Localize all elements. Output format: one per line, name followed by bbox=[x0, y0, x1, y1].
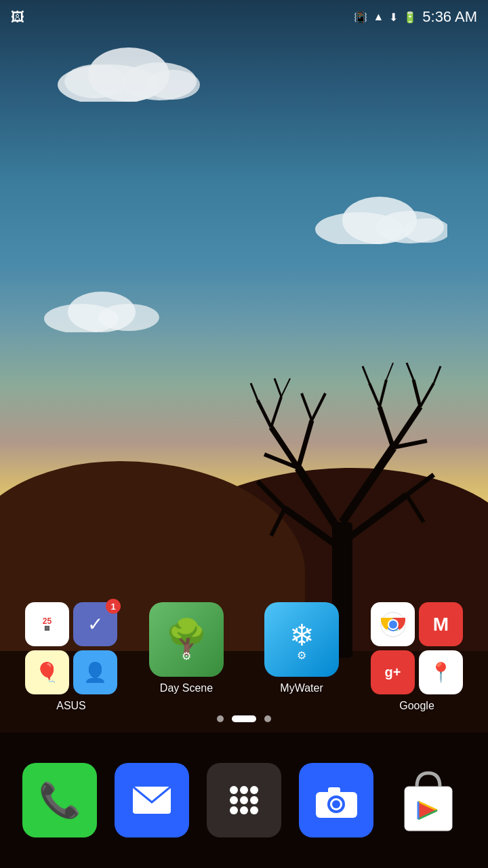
app-group-mywater: ❄ ⚙ MyWater bbox=[251, 602, 352, 694]
svg-line-26 bbox=[312, 393, 325, 420]
playstore-dock-icon[interactable] bbox=[391, 763, 466, 837]
svg-point-52 bbox=[250, 796, 258, 804]
app-group-dayscene: 🌳 ⚙ Day Scene bbox=[136, 602, 237, 694]
svg-line-21 bbox=[380, 407, 393, 448]
svg-line-24 bbox=[271, 397, 281, 427]
camera-dock-icon[interactable] bbox=[299, 763, 373, 837]
maps-icon-wrapper: 📍 bbox=[419, 650, 463, 694]
email-dock-icon[interactable] bbox=[115, 763, 189, 837]
svg-line-36 bbox=[363, 366, 369, 383]
contacts-icon[interactable]: 👤 bbox=[73, 650, 117, 694]
apps-dock-icon[interactable] bbox=[207, 763, 281, 837]
svg-rect-60 bbox=[328, 787, 340, 794]
chrome-icon[interactable] bbox=[371, 602, 415, 646]
balloon-icon[interactable]: 🎈 bbox=[25, 650, 69, 694]
maps-icon[interactable]: 📍 bbox=[419, 650, 463, 694]
svg-point-59 bbox=[332, 800, 340, 808]
gmail-icon[interactable]: M bbox=[419, 602, 463, 646]
svg-point-3 bbox=[64, 64, 125, 98]
app-group-asus: 25 ▦ 1 ✓ 🎈 👤 ASUS bbox=[20, 602, 122, 712]
status-bar: 🖼 📳 ▲ ⬇ 🔋 5:36 AM bbox=[0, 0, 488, 34]
svg-point-47 bbox=[230, 786, 238, 794]
svg-line-39 bbox=[271, 509, 285, 536]
vibrate-icon: 📳 bbox=[354, 11, 367, 24]
svg-point-61 bbox=[348, 794, 354, 800]
svg-line-35 bbox=[434, 366, 441, 383]
calendar-icon-wrapper: 25 ▦ bbox=[25, 602, 69, 646]
page-indicators bbox=[0, 715, 488, 722]
page-dot-1[interactable] bbox=[217, 715, 224, 722]
svg-line-25 bbox=[302, 393, 312, 420]
svg-line-32 bbox=[274, 378, 281, 397]
svg-line-40 bbox=[407, 475, 434, 495]
wifi-icon: ▲ bbox=[373, 11, 384, 23]
dock: 📞 bbox=[0, 732, 488, 868]
svg-line-27 bbox=[413, 380, 420, 407]
svg-line-37 bbox=[386, 363, 393, 380]
balloon-icon-wrapper: 🎈 bbox=[25, 650, 69, 694]
mywater-icon[interactable]: ❄ ⚙ bbox=[264, 602, 339, 677]
google-label: Google bbox=[399, 700, 434, 712]
svg-point-51 bbox=[240, 796, 248, 804]
tasks-badge: 1 bbox=[106, 599, 121, 614]
svg-line-38 bbox=[258, 481, 285, 509]
chrome-icon-wrapper bbox=[371, 602, 415, 646]
page-dot-3[interactable] bbox=[264, 715, 271, 722]
app-grid: 25 ▦ 1 ✓ 🎈 👤 ASUS bbox=[0, 602, 488, 719]
svg-point-55 bbox=[250, 806, 258, 814]
svg-line-30 bbox=[380, 380, 386, 407]
battery-icon: 🔋 bbox=[403, 11, 417, 24]
svg-point-50 bbox=[230, 796, 238, 804]
page-dot-2-active[interactable] bbox=[232, 715, 256, 722]
app-row: 25 ▦ 1 ✓ 🎈 👤 ASUS bbox=[14, 602, 474, 712]
asus-icons: 25 ▦ 1 ✓ 🎈 👤 bbox=[25, 602, 117, 694]
gmail-icon-wrapper: M bbox=[419, 602, 463, 646]
cloud-group-3 bbox=[41, 285, 163, 335]
svg-point-45 bbox=[389, 620, 397, 629]
mywater-label: MyWater bbox=[280, 682, 323, 694]
svg-point-4 bbox=[146, 70, 200, 100]
cloud-group-2 bbox=[312, 190, 447, 247]
svg-point-49 bbox=[250, 786, 258, 794]
status-time: 5:36 AM bbox=[422, 8, 477, 26]
phone-dock-icon[interactable]: 📞 bbox=[22, 763, 97, 837]
google-icons: M g+ 📍 bbox=[371, 602, 463, 694]
svg-line-33 bbox=[281, 378, 290, 397]
svg-line-23 bbox=[258, 400, 271, 427]
gplus-icon[interactable]: g+ bbox=[371, 650, 415, 694]
status-right: 📳 ▲ ⬇ 🔋 5:36 AM bbox=[354, 8, 477, 26]
svg-line-28 bbox=[420, 383, 434, 407]
app-group-google: M g+ 📍 Google bbox=[366, 602, 468, 712]
gallery-icon: 🖼 bbox=[11, 9, 24, 25]
svg-point-11 bbox=[98, 304, 159, 331]
svg-line-18 bbox=[298, 420, 312, 468]
cloud-group-1 bbox=[54, 41, 203, 104]
svg-point-54 bbox=[240, 806, 248, 814]
tasks-icon-wrapper: 1 ✓ bbox=[73, 602, 117, 646]
calendar-icon[interactable]: 25 ▦ bbox=[25, 602, 69, 646]
svg-line-34 bbox=[407, 363, 413, 380]
gplus-icon-wrapper: g+ bbox=[371, 650, 415, 694]
download-icon: ⬇ bbox=[389, 11, 398, 24]
svg-line-31 bbox=[251, 383, 258, 400]
dayscene-label: Day Scene bbox=[160, 682, 213, 694]
dayscene-icon[interactable]: 🌳 ⚙ bbox=[149, 602, 224, 677]
contacts-icon-wrapper: 👤 bbox=[73, 650, 117, 694]
svg-line-41 bbox=[407, 495, 424, 522]
status-left: 🖼 bbox=[11, 9, 24, 25]
svg-line-29 bbox=[369, 383, 380, 407]
svg-point-53 bbox=[230, 806, 238, 814]
asus-label: ASUS bbox=[56, 700, 86, 712]
svg-point-48 bbox=[240, 786, 248, 794]
